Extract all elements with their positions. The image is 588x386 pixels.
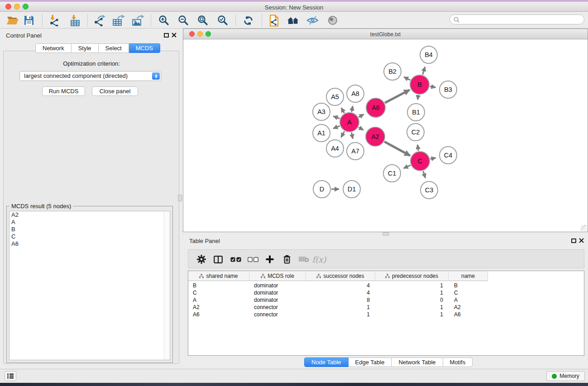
split-columns-button[interactable]: [210, 253, 226, 266]
table-cell[interactable]: A6: [193, 311, 249, 318]
edge-C-C2[interactable]: [417, 145, 418, 151]
node-B1[interactable]: B1: [407, 104, 425, 121]
open-session-button[interactable]: [5, 13, 21, 28]
zoom-out-button[interactable]: [175, 13, 191, 28]
table-cell[interactable]: connector: [254, 311, 306, 318]
node-A[interactable]: A: [340, 113, 359, 132]
node-A7[interactable]: A7: [347, 143, 364, 160]
mcds-result-item[interactable]: A: [10, 219, 170, 226]
delete-columns-button[interactable]: [279, 253, 295, 266]
edge-A-A1[interactable]: [333, 126, 339, 129]
table-cell[interactable]: C: [454, 289, 488, 296]
scrollbar-track[interactable]: [164, 211, 170, 360]
home-button[interactable]: [285, 13, 301, 28]
table-cell[interactable]: A2: [454, 304, 488, 311]
select-all-columns-button[interactable]: [228, 253, 244, 266]
horizontal-splitter-handle[interactable]: [382, 232, 389, 236]
node-C[interactable]: C: [411, 152, 430, 171]
import-network-button[interactable]: [46, 13, 62, 28]
table-cell[interactable]: dominator: [254, 282, 306, 289]
tab-motifs[interactable]: Motifs: [443, 357, 473, 367]
export-image-button[interactable]: [130, 13, 146, 28]
tab-style[interactable]: Style: [72, 43, 99, 53]
main-titlebar[interactable]: Session: New Session: [0, 2, 588, 12]
table-row[interactable]: Cdominator41C: [188, 289, 584, 296]
edge-A2-C[interactable]: [384, 142, 410, 156]
table-cell[interactable]: C: [193, 289, 249, 296]
table-cell[interactable]: 0: [375, 296, 443, 304]
node-A6[interactable]: A6: [366, 98, 385, 117]
add-column-button[interactable]: [262, 253, 277, 266]
table-cell[interactable]: connector: [254, 304, 306, 311]
zoom-in-button[interactable]: [156, 13, 172, 28]
node-table[interactable]: shared nameMCDS rolesuccessor nodesprede…: [188, 271, 584, 356]
delete-table-button[interactable]: [296, 253, 311, 266]
float-panel-icon[interactable]: [164, 33, 169, 38]
edge-C-C4[interactable]: [430, 158, 436, 159]
zoom-selected-button[interactable]: [215, 13, 231, 28]
table-row[interactable]: Bdominator41B: [188, 282, 584, 289]
hide-graphics-details-button[interactable]: [304, 13, 320, 28]
tab-edge-table[interactable]: Edge Table: [349, 357, 392, 367]
unselect-all-columns-button[interactable]: [245, 253, 261, 266]
node-A5[interactable]: A5: [326, 88, 344, 105]
column-header-shared-name[interactable]: shared name: [188, 271, 249, 281]
node-C3[interactable]: C3: [421, 181, 438, 199]
memory-button[interactable]: Memory: [546, 371, 585, 381]
edge-B-B4[interactable]: [423, 67, 425, 75]
table-cell[interactable]: 1: [375, 311, 443, 318]
tab-select[interactable]: Select: [99, 43, 129, 53]
node-C1[interactable]: C1: [383, 165, 401, 182]
close-table-panel-icon[interactable]: [579, 238, 584, 243]
table-cell[interactable]: 8: [306, 296, 370, 304]
edge-A-A3[interactable]: [333, 116, 339, 119]
export-table-button[interactable]: [110, 13, 127, 28]
node-A4[interactable]: A4: [326, 140, 344, 157]
edge-C-C3[interactable]: [423, 171, 425, 178]
table-cell[interactable]: 1: [375, 289, 443, 296]
import-table-button[interactable]: [67, 13, 83, 28]
mcds-result-list[interactable]: A2ABCA6: [9, 211, 170, 360]
save-session-button[interactable]: [21, 13, 37, 28]
zoom-fit-button[interactable]: [195, 13, 211, 28]
table-cell[interactable]: 1: [306, 304, 370, 311]
network-from-document-button[interactable]: [266, 13, 282, 28]
table-cell[interactable]: 1: [306, 311, 370, 318]
node-A3[interactable]: A3: [313, 103, 330, 120]
mcds-result-item[interactable]: A6: [10, 240, 170, 248]
edge-C-C1[interactable]: [404, 165, 411, 168]
refresh-button[interactable]: [240, 13, 256, 28]
table-cell[interactable]: dominator: [254, 296, 306, 304]
network-window-titlebar[interactable]: testGlobe.txt: [183, 29, 588, 39]
node-C2[interactable]: C2: [407, 124, 424, 141]
show-graphics-details-button[interactable]: [325, 13, 341, 28]
table-cell[interactable]: A2: [193, 304, 249, 311]
node-D[interactable]: D: [313, 181, 330, 198]
column-header-MCDS-role[interactable]: MCDS role: [249, 271, 306, 281]
network-view-window[interactable]: testGlobe.txt AA6A2BCA1A3A4A5A7A8B1B2B3B…: [183, 29, 588, 232]
tab-mcds[interactable]: MCDS: [129, 43, 160, 53]
console-tasks-button[interactable]: [5, 371, 16, 381]
search-box[interactable]: [449, 14, 584, 24]
table-cell[interactable]: B: [454, 282, 488, 289]
node-A2[interactable]: A2: [366, 127, 385, 146]
node-D1[interactable]: D1: [343, 181, 360, 198]
edge-A-A4[interactable]: [341, 131, 344, 137]
search-input[interactable]: [462, 16, 580, 23]
table-row[interactable]: A6connector11A6: [188, 311, 584, 318]
optimization-criterion-select[interactable]: largest connected component (directed): [19, 71, 161, 81]
edge-B-B2[interactable]: [404, 77, 410, 80]
table-cell[interactable]: dominator: [254, 289, 306, 296]
table-cell[interactable]: A6: [454, 311, 488, 318]
table-row[interactable]: A2connector11A2: [188, 304, 584, 311]
node-C4[interactable]: C4: [440, 147, 457, 164]
table-cell[interactable]: A: [193, 296, 249, 304]
node-B4[interactable]: B4: [420, 46, 437, 63]
tab-network-table[interactable]: Network Table: [392, 357, 443, 367]
export-network-button[interactable]: [91, 13, 108, 28]
node-B3[interactable]: B3: [440, 81, 457, 98]
node-A1[interactable]: A1: [313, 124, 330, 142]
table-settings-button[interactable]: [194, 253, 209, 266]
column-header-name[interactable]: name: [449, 271, 488, 281]
tab-node-table[interactable]: Node Table: [304, 357, 349, 367]
